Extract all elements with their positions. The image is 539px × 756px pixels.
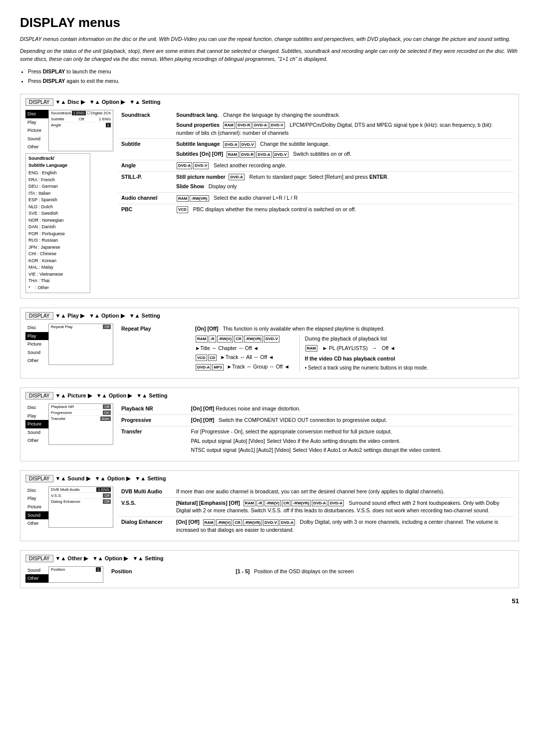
- subtitle-val: Subtitle language DVD-ADVD-V Change the …: [173, 139, 514, 160]
- other-nav-bar: DISPLAY ▼▲ Other ▶ ▼▲ Option ▶ ▼▲ Settin…: [25, 555, 514, 562]
- sidebar-play-other: Other: [25, 357, 48, 365]
- disc-nav-bar: DISPLAY ▼▲ Disc ▶ ▼▲ Option ▶ ▼▲ Setting: [25, 98, 514, 106]
- soundtrack-key: Soundtrack: [118, 110, 173, 139]
- sidebar-other-sound: Sound: [25, 566, 48, 575]
- sound-section: DISPLAY ▼▲ Sound ▶ ▼▲ Option ▶ ▼▲ Settin…: [20, 470, 519, 541]
- picture-content-table: Playback NR [On] [Off] Reduces noise and…: [118, 403, 514, 456]
- repeat-play-key: Repeat Play: [118, 324, 192, 373]
- playback-nr-key: Playback NR: [118, 403, 188, 414]
- sidebar-play-sound: Sound: [25, 349, 48, 357]
- display-label-disc: DISPLAY: [25, 98, 53, 106]
- sidebar-disc-picture: Picture: [25, 126, 48, 135]
- disc-mini-screen: Soundtrack 1 ENG ☐ Digital 2Ch Subtitle …: [48, 110, 113, 151]
- other-mini-screen: Position 1: [48, 566, 103, 583]
- play-nav-bar: DISPLAY ▼▲ Play ▶ ▼▲ Option ▶ ▼▲ Setting: [25, 312, 514, 320]
- progressive-key: Progressive: [118, 414, 188, 426]
- sidebar-sound-disc: Disc: [25, 486, 48, 495]
- play-sidebar: Disc Play Picture Sound Other: [25, 324, 48, 365]
- pbc-val: VCD PBC displays whether the menu playba…: [173, 204, 514, 215]
- disc-row-pbc: PBC VCD PBC displays whether the menu pl…: [118, 204, 514, 215]
- play-content-table: Repeat Play [On] [Off] This function is …: [118, 324, 514, 373]
- picture-row-transfer: Transfer For [Progressive - On], select …: [118, 426, 514, 456]
- sidebar-disc-play: Play: [25, 118, 48, 127]
- disc-section: DISPLAY ▼▲ Disc ▶ ▼▲ Option ▶ ▼▲ Setting…: [20, 94, 519, 299]
- disc-row-angle: Angle DVD-ADVD-V Select another recordin…: [118, 160, 514, 171]
- picture-mini-screen: Playback NR Off Progressive On Transfer …: [48, 403, 113, 445]
- sound-mini-row-dvb: DVB Multi Audio 1 ENG: [49, 487, 113, 493]
- sound-row-dialog: Dialog Enhancer [On] [Off] RAM-RW(V)CR-R…: [118, 517, 514, 536]
- disc-language-list: Soundtrack/Subtitle Language ENG : Engli…: [25, 153, 90, 293]
- sound-content-table: DVB Multi Audio If more than one audio c…: [118, 486, 514, 536]
- bullet-list: Press DISPLAY to launch the menu Press D…: [28, 67, 519, 86]
- sidebar-play-disc: Disc: [25, 324, 48, 332]
- sidebar-disc-other: Other: [25, 143, 48, 151]
- sound-nav-bar: DISPLAY ▼▲ Sound ▶ ▼▲ Option ▶ ▼▲ Settin…: [25, 475, 514, 482]
- play-section: DISPLAY ▼▲ Play ▶ ▼▲ Option ▶ ▼▲ Setting…: [20, 308, 519, 378]
- other-nav-text: ▼▲ Other ▶ ▼▲ Option ▶ ▼▲ Setting: [55, 555, 164, 562]
- sidebar-disc-disc: Disc: [25, 110, 48, 118]
- position-val: [1 - 5] Position of the OSD displays on …: [233, 566, 514, 577]
- disc-mini-row-angle: Angle 1: [49, 122, 113, 128]
- sound-row-dvb: DVB Multi Audio If more than one audio c…: [118, 486, 514, 497]
- disc-row-soundtrack: Soundtrack Soundtrack lang. Change the l…: [118, 110, 514, 139]
- language-list-items: ENG : English FRA : French DEU : German …: [28, 170, 87, 291]
- picture-mini-row-transfer: Transfer Auto: [49, 416, 113, 421]
- audio-channel-key: Audio channel: [118, 193, 173, 204]
- other-row-position: Position [1 - 5] Position of the OSD dis…: [108, 566, 514, 577]
- sidebar-picture-picture: Picture: [25, 420, 48, 428]
- dvb-audio-val: If more than one audio channel is broadc…: [173, 486, 514, 497]
- picture-row-progressive: Progressive [On] [Off] Switch the COMPON…: [118, 414, 514, 426]
- picture-left-panel: Disc Play Picture Sound Other Playback N…: [25, 403, 113, 445]
- sound-mini-screen: DVB Multi Audio 1 ENG V.S.S. Off Dialog …: [48, 486, 113, 528]
- sound-mini-row-dialog: Dialog Enhancer Off: [49, 499, 113, 504]
- picture-section-body: Disc Play Picture Sound Other Playback N…: [25, 403, 514, 456]
- intro-paragraph-1: DISPLAY menus contain information on the…: [20, 35, 519, 43]
- display-label-picture: DISPLAY: [25, 392, 53, 399]
- pbc-key: PBC: [118, 204, 173, 215]
- intro-paragraph-2: Depending on the status of the unit (pla…: [20, 47, 519, 63]
- picture-mini-row-progressive: Progressive On: [49, 410, 113, 416]
- angle-key: Angle: [118, 160, 173, 171]
- position-key: Position: [108, 566, 233, 577]
- play-left-panel: Disc Play Picture Sound Other Repeat Pla…: [25, 324, 113, 365]
- audio-channel-val: RAM-RW(VR) Select the audio channel L+R …: [173, 193, 514, 204]
- stillp-key: STILL-P.: [118, 171, 173, 193]
- page-title: DISPLAY menus: [20, 15, 519, 30]
- picture-section: DISPLAY ▼▲ Picture ▶ ▼▲ Option ▶ ▼▲ Sett…: [20, 387, 519, 461]
- transfer-val: For [Progressive - On], select the appro…: [188, 426, 514, 456]
- play-section-body: Disc Play Picture Sound Other Repeat Pla…: [25, 324, 514, 373]
- play-mini-row-repeat: Repeat Play Off: [49, 324, 113, 330]
- picture-sidebar: Disc Play Picture Sound Other: [25, 403, 48, 445]
- display-label-sound: DISPLAY: [25, 475, 53, 482]
- language-list-title: Soundtrack/Subtitle Language: [28, 155, 87, 169]
- sidebar-sound-picture: Picture: [25, 503, 48, 511]
- dialog-enhancer-key: Dialog Enhancer: [118, 517, 173, 536]
- vss-val: [Natural] [Emphasis] [Off] RAM-R-RW(V)CR…: [173, 497, 514, 517]
- sidebar-other-other: Other: [25, 574, 48, 583]
- other-section-body: Sound Other Position 1 Position [1 - 5] …: [25, 566, 514, 583]
- disc-section-body: Disc Play Picture Sound Other Soundtrack…: [25, 110, 514, 293]
- sound-row-vss: V.S.S. [Natural] [Emphasis] [Off] RAM-R-…: [118, 497, 514, 517]
- disc-row-stillp: STILL-P. Still picture number DVD-A Retu…: [118, 171, 514, 193]
- sound-left-panel: Disc Play Picture Sound Other DVB Multi …: [25, 486, 113, 528]
- sidebar-sound-sound: Sound: [25, 511, 48, 520]
- picture-row-nr: Playback NR [On] [Off] Reduces noise and…: [118, 403, 514, 414]
- vss-key: V.S.S.: [118, 497, 173, 517]
- disc-left-panel: Disc Play Picture Sound Other Soundtrack…: [25, 110, 113, 151]
- sidebar-play-picture: Picture: [25, 340, 48, 349]
- disc-content-table: Soundtrack Soundtrack lang. Change the l…: [118, 110, 514, 215]
- bullet-1: Press DISPLAY to launch the menu: [28, 67, 519, 76]
- sidebar-sound-play: Play: [25, 494, 48, 503]
- other-section: DISPLAY ▼▲ Other ▶ ▼▲ Option ▶ ▼▲ Settin…: [20, 550, 519, 588]
- sound-section-body: Disc Play Picture Sound Other DVB Multi …: [25, 486, 514, 536]
- display-label-other: DISPLAY: [25, 555, 53, 562]
- video-cd-note: If the video CD has playback control: [305, 355, 428, 363]
- stillp-val: Still picture number DVD-A Return to sta…: [173, 171, 514, 193]
- play-mini-screen: Repeat Play Off: [48, 324, 113, 365]
- sound-mini-row-vss: V.S.S. Off: [49, 493, 113, 499]
- disc-row-subtitle: Subtitle Subtitle language DVD-ADVD-V Ch…: [118, 139, 514, 160]
- soundtrack-val: Soundtrack lang. Change the language by …: [173, 110, 514, 139]
- page-number: 51: [20, 597, 519, 605]
- sound-sidebar: Disc Play Picture Sound Other: [25, 486, 48, 528]
- transfer-key: Transfer: [118, 426, 188, 456]
